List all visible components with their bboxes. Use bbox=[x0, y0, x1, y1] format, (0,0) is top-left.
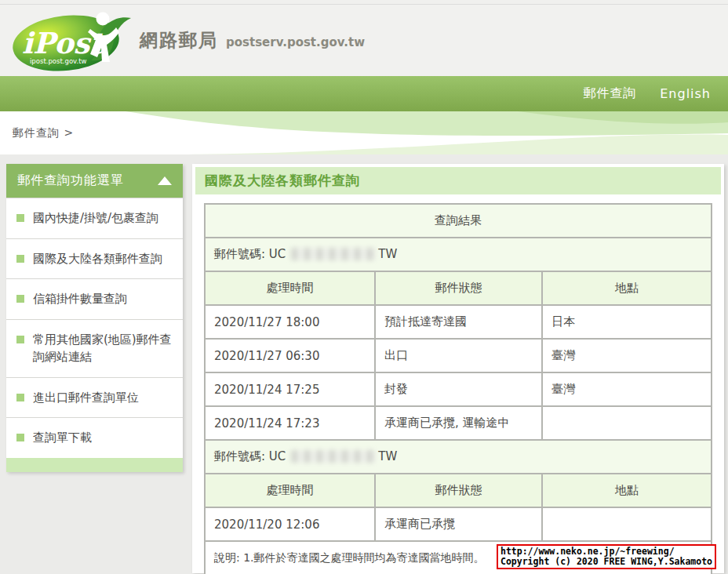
cell-location: 日本 bbox=[543, 306, 711, 338]
page-title: 國際及大陸各類郵件查詢 bbox=[195, 167, 721, 194]
table-row: 2020/11/24 17:23 承運商已承攬, 運輸途中 bbox=[206, 407, 711, 439]
tracking-number-prefix: UC bbox=[269, 449, 286, 463]
tracking-number-label: 郵件號碼: bbox=[214, 449, 265, 463]
tracking-number-prefix: UC bbox=[269, 247, 286, 261]
masked-tracking-number bbox=[291, 450, 376, 463]
col-header-status: 郵件狀態 bbox=[376, 272, 541, 304]
site-domain: postserv.post.gov.tw bbox=[226, 35, 365, 49]
masked-tracking-number bbox=[291, 248, 376, 260]
cell-location: 臺灣 bbox=[543, 340, 711, 372]
site-name: 網路郵局 postserv.post.gov.tw bbox=[140, 28, 365, 53]
cell-location: 臺灣 bbox=[543, 373, 711, 405]
tracking-number-suffix: TW bbox=[378, 247, 397, 261]
sidebar-item-domestic-tracking[interactable]: 國內快捷/掛號/包裹查詢 bbox=[6, 198, 183, 238]
sidebar-item-label: 進出口郵件查詢單位 bbox=[33, 389, 139, 407]
result-title: 查詢結果 bbox=[206, 205, 711, 237]
cell-status: 預計抵達寄達國 bbox=[376, 306, 541, 338]
sidebar-item-foreign-links[interactable]: 常用其他國家(地區)郵件查詢網站連結 bbox=[6, 319, 183, 377]
square-bullet-icon bbox=[16, 214, 24, 222]
table-row: 2020/11/27 06:30 出口 臺灣 bbox=[206, 340, 711, 372]
square-bullet-icon bbox=[16, 434, 24, 441]
sidebar-item-label: 信箱掛件數量查詢 bbox=[33, 290, 127, 308]
collapse-arrow-icon[interactable] bbox=[158, 176, 172, 185]
sidebar-item-label: 國際及大陸各類郵件查詢 bbox=[33, 250, 162, 268]
page: iPost ipost.post.gov.tw 網路郵局 postserv.po… bbox=[0, 0, 728, 574]
column-header-row: 處理時間 郵件狀態 地點 bbox=[206, 474, 711, 507]
column-header-row: 處理時間 郵件狀態 地點 bbox=[206, 272, 711, 304]
sidebar-item-label: 查詢單下載 bbox=[33, 429, 92, 447]
result-title-row: 查詢結果 bbox=[206, 205, 711, 237]
col-header-time: 處理時間 bbox=[206, 272, 374, 304]
col-header-status: 郵件狀態 bbox=[376, 474, 541, 507]
tracking-number-cell: 郵件號碼: UCTW bbox=[206, 238, 711, 271]
tracking-number-label: 郵件號碼: bbox=[214, 247, 265, 261]
cell-time: 2020/11/24 17:25 bbox=[206, 373, 374, 405]
cell-status: 封發 bbox=[376, 373, 541, 405]
wave-graphic bbox=[0, 111, 728, 154]
sidebar-item-form-download[interactable]: 查詢單下載 bbox=[6, 417, 183, 458]
cell-status: 承運商已承攬 bbox=[376, 508, 541, 540]
square-bullet-icon bbox=[16, 336, 24, 343]
cell-time: 2020/11/27 18:00 bbox=[206, 306, 374, 338]
tracking-number-suffix: TW bbox=[378, 449, 397, 463]
square-bullet-icon bbox=[16, 295, 24, 303]
watermark-copyright: Copyright (c) 2020 FREE WING,Y.Sakamoto bbox=[500, 557, 712, 567]
cell-time: 2020/11/27 06:30 bbox=[206, 340, 374, 372]
cell-location bbox=[543, 508, 711, 540]
sidebar-item-label: 常用其他國家(地區)郵件查詢網站連結 bbox=[33, 331, 175, 366]
main-panel: 國際及大陸各類郵件查詢 查詢結果 郵件號碼: UCTW bbox=[192, 164, 724, 573]
col-header-time: 處理時間 bbox=[206, 474, 374, 507]
site-header: iPost ipost.post.gov.tw 網路郵局 postserv.po… bbox=[0, 5, 728, 76]
tracking-number-row: 郵件號碼: UCTW bbox=[206, 238, 711, 271]
sidebar-footer-strip bbox=[6, 458, 183, 472]
nav-mail-tracking[interactable]: 郵件查詢 bbox=[583, 85, 636, 102]
tracking-results: 查詢結果 郵件號碼: UCTW 處理時間 郵件狀態 地點 bbox=[204, 203, 712, 574]
sidebar-item-import-export-units[interactable]: 進出口郵件查詢單位 bbox=[6, 377, 183, 418]
square-bullet-icon bbox=[16, 255, 24, 263]
cell-time: 2020/11/20 12:06 bbox=[206, 508, 374, 540]
sidebar: 郵件查詢功能選單 國內快捷/掛號/包裹查詢 國際及大陸各類郵件查詢 信箱掛件數量… bbox=[6, 164, 183, 472]
tracking-number-row: 郵件號碼: UCTW bbox=[206, 441, 711, 473]
table-row: 2020/11/24 17:25 封發 臺灣 bbox=[206, 373, 711, 405]
breadcrumb[interactable]: 郵件查詢 > bbox=[13, 126, 74, 140]
col-header-location: 地點 bbox=[543, 474, 711, 507]
sidebar-header[interactable]: 郵件查詢功能選單 bbox=[6, 164, 183, 198]
wave-banner: 郵件查詢 > bbox=[0, 111, 728, 154]
content-area: 郵件查詢功能選單 國內快捷/掛號/包裹查詢 國際及大陸各類郵件查詢 信箱掛件數量… bbox=[0, 164, 728, 573]
cell-location bbox=[543, 407, 711, 439]
table-row: 2020/11/27 18:00 預計抵達寄達國 日本 bbox=[206, 306, 711, 338]
sidebar-item-international-tracking[interactable]: 國際及大陸各類郵件查詢 bbox=[6, 238, 183, 279]
col-header-location: 地點 bbox=[543, 272, 711, 304]
sidebar-item-mailbox-count[interactable]: 信箱掛件數量查詢 bbox=[6, 278, 183, 319]
tracking-table: 查詢結果 郵件號碼: UCTW 處理時間 郵件狀態 地點 bbox=[204, 203, 712, 574]
site-name-cjk: 網路郵局 bbox=[140, 28, 218, 53]
tracking-number-cell: 郵件號碼: UCTW bbox=[206, 441, 711, 473]
cell-time: 2020/11/24 17:23 bbox=[206, 407, 374, 439]
ipost-logo-image: iPost ipost.post.gov.tw bbox=[9, 9, 135, 73]
sidebar-title: 郵件查詢功能選單 bbox=[17, 173, 124, 189]
table-row: 2020/11/20 12:06 承運商已承攬 bbox=[206, 508, 711, 540]
ipost-logo[interactable]: iPost ipost.post.gov.tw bbox=[9, 9, 135, 73]
main-nav: 郵件查詢 English bbox=[0, 76, 728, 111]
sidebar-item-label: 國內快捷/掛號/包裹查詢 bbox=[33, 209, 158, 227]
cell-status: 承運商已承攬, 運輸途中 bbox=[376, 407, 541, 439]
nav-english[interactable]: English bbox=[660, 86, 711, 101]
svg-text:ipost.post.gov.tw: ipost.post.gov.tw bbox=[30, 57, 86, 65]
svg-text:iPost: iPost bbox=[22, 26, 106, 60]
cell-status: 出口 bbox=[376, 340, 541, 372]
square-bullet-icon bbox=[16, 394, 24, 401]
copyright-watermark: http://www.neko.ne.jp/~freewing/ Copyrig… bbox=[497, 544, 716, 569]
